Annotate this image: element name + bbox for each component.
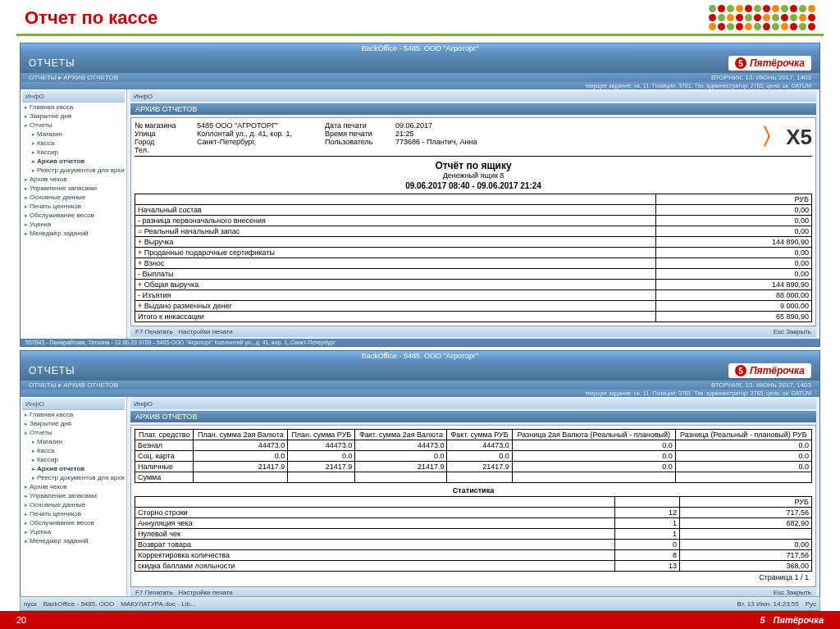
sidebar-item[interactable]: Управление запасами bbox=[22, 491, 125, 500]
table-cell bbox=[194, 472, 288, 483]
sidebar-item[interactable]: Менеджер заданий bbox=[22, 229, 125, 238]
stats-title: Статистика bbox=[135, 486, 812, 495]
archive-header: АРХИВ ОТЧЕТОВ bbox=[130, 103, 816, 115]
table-row-label: - Изъятия bbox=[135, 290, 656, 301]
sidebar-item[interactable]: Главная касса bbox=[22, 103, 125, 112]
stat-count: 1 bbox=[614, 518, 679, 529]
app-module-title: ОТЧЕТЫ bbox=[29, 365, 75, 376]
taskbar-app[interactable]: BackOffice - 5485. ООО bbox=[43, 600, 115, 608]
table-cell: 21417.9 bbox=[447, 462, 512, 472]
stat-label: Нулевой чек bbox=[135, 529, 615, 540]
table-cell bbox=[355, 472, 447, 483]
table-row-label: + Взнос bbox=[135, 258, 656, 269]
sidebar-item[interactable]: Архив чеков bbox=[22, 482, 125, 491]
start-button[interactable]: пуск bbox=[24, 600, 37, 608]
sidebar-item[interactable]: Кассир bbox=[22, 148, 125, 157]
table-row-value: 0,00 bbox=[656, 269, 812, 280]
window-titlebar: BackOffice - 5485. ООО "Агроторг" bbox=[21, 43, 819, 53]
table-row-label: = Реальный начальный запас bbox=[135, 226, 656, 237]
table-cell: 0.0 bbox=[512, 462, 675, 472]
divider bbox=[16, 34, 824, 36]
content-toolbar: ИнфО bbox=[130, 399, 816, 409]
printdate-value: 09.06.2017 bbox=[395, 121, 502, 130]
sidebar-item[interactable]: Печать ценников bbox=[22, 202, 125, 211]
user-label: Пользователь bbox=[325, 138, 390, 146]
sidebar-item[interactable]: Реестр документов для архи bbox=[22, 473, 125, 482]
slide-title: Отчет по кассе bbox=[25, 7, 158, 29]
app-module-title: ОТЧЕТЫ bbox=[29, 57, 75, 69]
table-cell: 0.0 bbox=[512, 440, 675, 451]
print-button[interactable]: F7 Печатать bbox=[135, 589, 173, 596]
breadcrumb: ОТЧЕТЫ ▸ АРХИВ ОТЧЕТОВ bbox=[29, 381, 118, 389]
column-header: Плат. средство bbox=[135, 430, 194, 440]
stat-label: Аннуляция чека bbox=[135, 518, 615, 529]
stat-value: 717,56 bbox=[679, 550, 811, 561]
sidebar-item[interactable]: Реестр документов для архи bbox=[22, 166, 125, 175]
sidebar-item[interactable]: Магазин bbox=[22, 437, 125, 446]
table-cell: 0.0 bbox=[675, 451, 811, 462]
taskbar-lang[interactable]: Рус bbox=[806, 600, 816, 608]
sidebar-item[interactable]: Главная касса bbox=[22, 410, 125, 419]
sidebar-item[interactable]: Менеджер заданий bbox=[22, 536, 125, 545]
sidebar-item[interactable]: Закрытие дня bbox=[22, 112, 125, 121]
print-settings-button[interactable]: Настройки печати bbox=[178, 589, 233, 596]
sidebar-item[interactable]: Касса bbox=[22, 139, 125, 148]
sidebar-item[interactable]: Обслуживание весов bbox=[22, 211, 125, 220]
sidebar-item[interactable]: Кассир bbox=[22, 455, 125, 464]
printtime-value: 21:25 bbox=[395, 130, 502, 138]
stat-label: Сторно строки bbox=[135, 508, 615, 518]
print-button[interactable]: F7 Печатать bbox=[135, 328, 173, 335]
sidebar-item[interactable]: Архив отчетов bbox=[22, 464, 125, 473]
slide-number: 20 bbox=[16, 615, 26, 625]
table-cell bbox=[447, 472, 512, 483]
sidebar-item[interactable]: Обслуживание весов bbox=[22, 518, 125, 527]
table-cell bbox=[675, 472, 811, 483]
report-panel: № магазина5485 ООО "АГРОТОРГ" Дата печат… bbox=[130, 117, 816, 326]
table-cell: 21417.9 bbox=[355, 462, 447, 472]
report-panel-2: Плат. средствоПлан. сумма 2ая ВалютаПлан… bbox=[130, 425, 816, 587]
sidebar-item[interactable]: Отчеты bbox=[22, 428, 125, 437]
street-label: Улица bbox=[135, 130, 192, 138]
sidebar-item[interactable]: Уценка bbox=[22, 527, 125, 536]
report-subtitle: Денежный ящик 8 bbox=[135, 171, 812, 180]
sidebar-item[interactable]: Магазин bbox=[22, 130, 125, 139]
table-cell: 21417.9 bbox=[288, 462, 355, 472]
report-period: 09.06.2017 08:40 - 09.06.2017 21:24 bbox=[135, 181, 812, 190]
drawer-report-table: РУБ Начальный состав0,00- разница первон… bbox=[135, 194, 812, 322]
taskbar-app[interactable]: МАКУЛАТУРА.doc - Lib... bbox=[121, 600, 195, 608]
printdate-label: Дата печати bbox=[325, 121, 390, 130]
sidebar-item[interactable]: Архив отчетов bbox=[22, 157, 125, 166]
sidebar-item[interactable]: Уценка bbox=[22, 220, 125, 229]
tel-label: Тел. bbox=[135, 146, 192, 154]
sidebar-item[interactable]: Управление запасами bbox=[22, 184, 125, 193]
stat-value bbox=[679, 529, 811, 540]
table-cell: 0.0 bbox=[675, 440, 811, 451]
window-titlebar: BackOffice - 5485. ООО "Агроторг" bbox=[21, 351, 819, 361]
table-cell: 44473.0 bbox=[447, 440, 512, 451]
app-window-2: BackOffice - 5485. ООО "Агроторг" ОТЧЕТЫ… bbox=[20, 350, 820, 608]
brand-logo: 5Пятёрочка bbox=[728, 363, 811, 378]
content-toolbar: ИнфО bbox=[130, 91, 816, 102]
print-settings-button[interactable]: Настройки печати bbox=[178, 328, 233, 335]
sidebar-item[interactable]: Основные данные bbox=[22, 500, 125, 509]
sidebar-item[interactable]: Архив чеков bbox=[22, 175, 125, 184]
stat-count: 13 bbox=[614, 561, 679, 572]
sidebar-item[interactable]: Отчеты bbox=[22, 121, 125, 130]
sidebar-item[interactable]: Касса bbox=[22, 446, 125, 455]
user-value: 773686 - Плантич, Анна bbox=[395, 138, 502, 146]
table-cell: 0.0 bbox=[194, 451, 288, 462]
table-cell: 0.0 bbox=[512, 451, 675, 462]
report-title: Отчёт по ящику bbox=[135, 160, 812, 171]
sidebar-item[interactable]: Печать ценников bbox=[22, 509, 125, 518]
stat-count: 12 bbox=[614, 508, 679, 518]
table-row-value: 144 890,90 bbox=[656, 237, 812, 248]
os-taskbar[interactable]: пуск BackOffice - 5485. ООО МАКУЛАТУРА.d… bbox=[20, 596, 820, 611]
sidebar-item[interactable]: Основные данные bbox=[22, 193, 125, 202]
sidebar: ИнфО Главная кассаЗакрытие дняОтчетыМага… bbox=[21, 89, 127, 339]
close-button[interactable]: Esc Закрыть bbox=[774, 589, 811, 596]
close-button[interactable]: Esc Закрыть bbox=[774, 328, 811, 335]
table-row-label: - разница первоначального внесения bbox=[135, 216, 656, 226]
store-label: № магазина bbox=[135, 121, 192, 130]
sidebar-toolbar: ИнфО bbox=[22, 399, 125, 410]
sidebar-item[interactable]: Закрытие дня bbox=[22, 419, 125, 428]
